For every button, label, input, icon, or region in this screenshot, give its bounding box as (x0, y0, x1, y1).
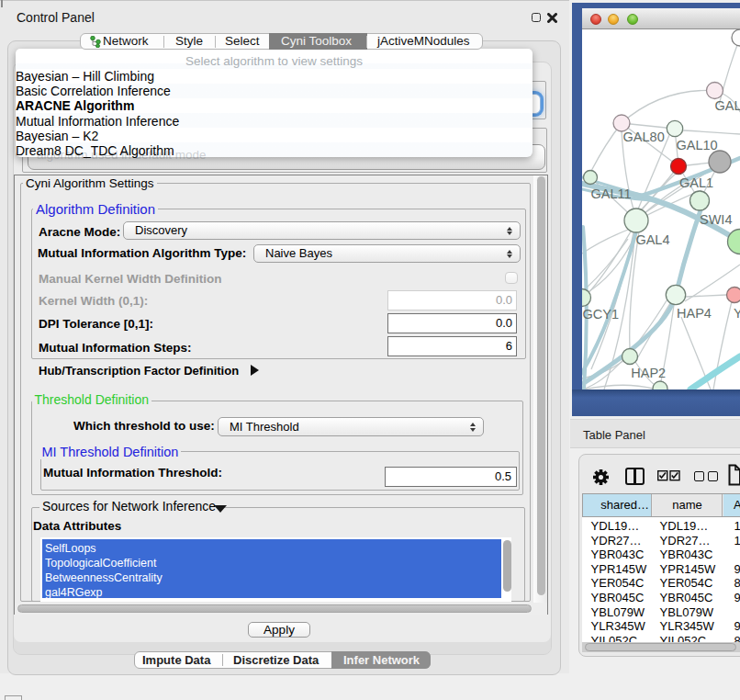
svg-text:HAP4: HAP4 (677, 306, 712, 321)
svg-text:GAL4: GAL4 (635, 232, 669, 247)
svg-text:GAL10: GAL10 (677, 138, 718, 152)
svg-text:GAL7: GAL7 (715, 98, 740, 113)
svg-text:GAL11: GAL11 (591, 186, 632, 201)
svg-text:GAL1: GAL1 (679, 175, 713, 190)
svg-text:HAP2: HAP2 (631, 366, 666, 380)
svg-text:SWI4: SWI4 (700, 212, 732, 227)
svg-text:GAL80: GAL80 (623, 130, 665, 144)
svg-text:GCY1: GCY1 (583, 307, 620, 322)
svg-text:Y: Y (734, 306, 740, 321)
